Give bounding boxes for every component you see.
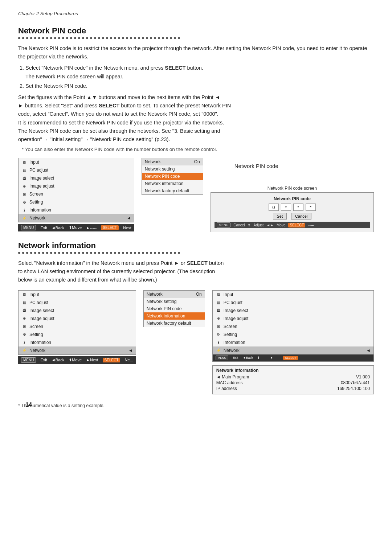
section2-left-panel: 🖥 Input ▤ PC adjust 🖼 Image select ⊕ Ima…	[18, 290, 136, 364]
r2-info-icon: ℹ	[216, 340, 221, 345]
network-info-panel: Network information ◄ Main Program V1.00…	[212, 365, 374, 394]
s2-network-icon: ⚡	[21, 348, 27, 353]
r2-menu-information: ℹ Information	[213, 338, 373, 346]
network-icon: ⚡	[21, 215, 27, 221]
pin-move-icon: ◄►	[266, 223, 274, 227]
menu-network: ⚡ Network ◄	[19, 214, 134, 222]
section1-right: Network PIN code Network PIN code screen…	[211, 158, 374, 232]
input-icon: 🖥	[21, 159, 27, 165]
submenu-on: On	[194, 159, 200, 164]
pin-screen-label: Network PIN code screen	[211, 186, 374, 191]
r2-menu-network: ⚡ Network ◄	[213, 346, 373, 354]
section1-diagram: 🖥 Input ▤ PC adjust 🖼 Image select ⊕ Ima…	[18, 158, 374, 232]
menu-setting: ⚙ Setting	[19, 198, 134, 206]
pin-cancel-text: Cancel	[233, 223, 245, 227]
netinfo-row-ip: IP address 169.254.100.100	[216, 386, 370, 391]
section1-steps: Select "Network PIN code" in the Network…	[25, 64, 374, 90]
menu-screen: ⊞ Screen	[19, 190, 134, 198]
menu-input: 🖥 Input	[19, 158, 134, 166]
submenu-network-pin-code: Network PIN code	[142, 173, 203, 180]
submenu-title: Network	[145, 159, 161, 164]
r2-control-bar: MENU Exit ◄Back ⬆----- ►----- SELECT ---…	[213, 354, 373, 361]
s2-screen-icon: ⊞	[21, 324, 27, 329]
r2-setting-icon: ⚙	[216, 332, 221, 337]
r2-exit: Exit	[233, 356, 238, 360]
s2-menu-setting: ⚙ Setting	[19, 331, 136, 338]
r2-image-adjust-icon: ⊕	[216, 316, 221, 321]
netinfo-row-mac: MAC address 08007b67a441	[216, 380, 370, 385]
submenu-network-setting: Network setting	[142, 165, 203, 173]
section1-main-menu: 🖥 Input ▤ PC adjust 🖼 Image select ⊕ Ima…	[18, 158, 134, 222]
move-label: ⬆Move	[69, 225, 82, 230]
menu-pc-adjust: ▤ PC adjust	[19, 166, 134, 174]
s2-next-label: ►Next	[86, 358, 98, 362]
netinfo-ip-value: 169.254.100.100	[337, 386, 370, 391]
r2-menu-image-select: 🖼 Image select	[213, 307, 373, 315]
s2-menu-information: ℹ Information	[19, 338, 136, 346]
section1-title: Network PIN code	[18, 26, 374, 36]
setting-icon: ⚙	[21, 199, 27, 205]
page-number: 14	[25, 402, 32, 408]
select-next-btn[interactable]: SELECT	[101, 225, 119, 230]
r2-menu-screen: ⊞ Screen	[213, 323, 373, 331]
pin-set-btn[interactable]: Set	[273, 213, 287, 219]
section1-control-bar: MENU Exit ◄Back ⬆Move ►----- SELECT Next	[18, 224, 134, 231]
pin-adjust-label: Adjust	[253, 223, 264, 227]
s2-select-btn[interactable]: SELECT	[103, 358, 121, 362]
r2-network-icon: ⚡	[216, 348, 221, 353]
menu-image-select: 🖼 Image select	[19, 174, 134, 182]
section2-title: Network information	[18, 241, 374, 250]
netinfo-mac-label: MAC address	[216, 380, 243, 385]
exit-label: Exit	[40, 226, 47, 230]
netinfo-title: Network information	[216, 368, 370, 373]
section-network-info: Network information Select "Network info…	[18, 241, 374, 408]
s2-menu-pc: ▤ PC adjust	[19, 299, 136, 307]
pin-screen: Network PIN code 0 * * * Set Cancel MENU…	[211, 192, 374, 232]
s2-submenu-network-pin: Network PIN code	[144, 305, 205, 312]
s2-menu-input: 🖥 Input	[19, 291, 136, 299]
netinfo-main-value: V1.000	[356, 374, 370, 379]
r2-back: ◄Back	[242, 356, 253, 360]
pin-menu-btn[interactable]: MENU	[217, 222, 231, 227]
screen-icon: ⊞	[21, 191, 27, 197]
pin-screen-wrapper: Network PIN code screen Network PIN code…	[211, 184, 374, 232]
section-network-pin: Network PIN code The Network PIN code is…	[18, 26, 374, 232]
r2-move: ⬆-----	[257, 356, 266, 360]
section2-right: 🖥 Input ▤ PC adjust 🖼 Image select ⊕ Ima…	[212, 290, 374, 394]
r2-menu-setting: ⚙ Setting	[213, 331, 373, 338]
s2-menu-network: ⚡ Network ◄	[19, 346, 136, 354]
section2-diagram: 🖥 Input ▤ PC adjust 🖼 Image select ⊕ Ima…	[18, 290, 374, 394]
step-2: Set the Network PIN code.	[25, 82, 374, 90]
r2-screen-icon: ⊞	[216, 324, 221, 329]
r2-input-icon: 🖥	[216, 292, 221, 297]
submenu-header: Network On	[142, 158, 203, 165]
s2-submenu-header: Network On	[144, 291, 205, 298]
s2-menu-exit-btn[interactable]: MENU	[21, 357, 36, 363]
section2-right-menu: 🖥 Input ▤ PC adjust 🖼 Image select ⊕ Ima…	[212, 290, 374, 362]
step-1: Select "Network PIN code" in the Network…	[25, 64, 374, 81]
s2-network-arrow: ◄	[128, 348, 133, 353]
dots-divider2	[18, 252, 374, 254]
callout-row: Network PIN code	[211, 163, 374, 169]
s2-move-label: ⬆Move	[69, 358, 82, 362]
r2-image-select-icon: 🖼	[216, 308, 221, 313]
s2-menu-screen: ⊞ Screen	[19, 323, 136, 331]
callout-label: Network PIN code	[234, 163, 278, 169]
s2-input-icon: 🖥	[21, 292, 27, 297]
s2-image-select-icon: 🖼	[21, 308, 27, 313]
s2-setting-icon: ⚙	[21, 332, 27, 337]
pin-select-btn[interactable]: SELECT	[288, 223, 305, 227]
pin-cancel-btn[interactable]: Cancel	[291, 213, 311, 219]
back-label: ◄Back	[52, 226, 64, 230]
s2-exit-label: Exit	[40, 358, 47, 362]
section2-control-bar: MENU Exit ◄Back ⬆Move ►Next SELECT Ne...	[18, 356, 136, 364]
r2-menu-btn[interactable]: MENU	[216, 356, 229, 360]
pin-digit-3: *	[306, 204, 316, 211]
pin-digit-0: 0	[269, 204, 279, 211]
section1-body: Set the figures with the Point ▲▼ button…	[18, 93, 374, 144]
netinfo-main-label: ◄ Main Program	[216, 374, 249, 379]
s2-back-label: ◄Back	[52, 358, 64, 362]
network-arrow: ◄	[127, 216, 131, 221]
menu-exit-btn[interactable]: MENU	[21, 225, 36, 230]
r2-select-btn[interactable]: SELECT	[283, 356, 298, 360]
